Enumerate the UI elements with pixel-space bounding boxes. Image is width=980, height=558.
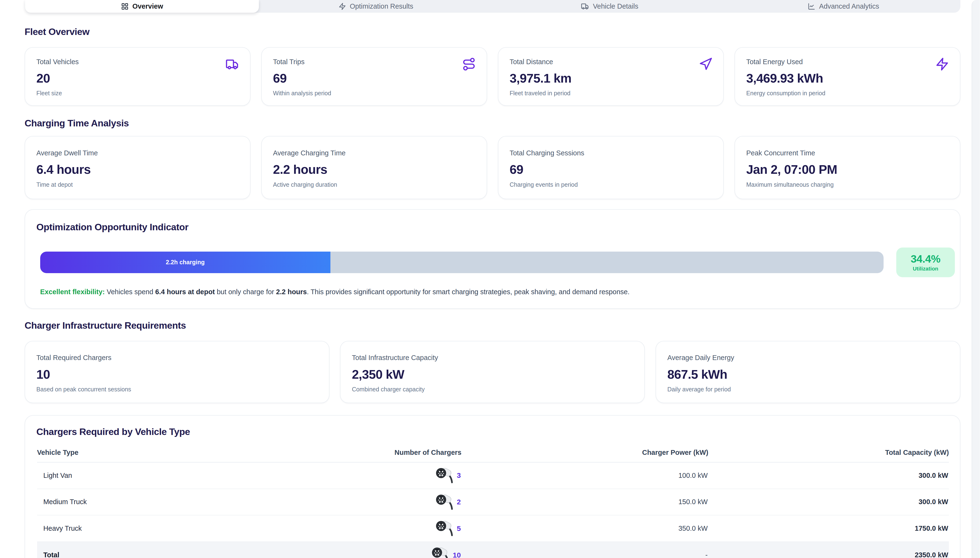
col-total-capacity: Total Capacity (kW): [708, 445, 949, 462]
avg-dwell-time-card: Average Dwell Time 6.4 hours Time at dep…: [25, 136, 250, 199]
bar-label: 2.2h charging: [166, 259, 205, 266]
table-total-row: Total10-2350.0 kW: [37, 542, 949, 558]
total-capacity-cell: 300.0 kW: [708, 462, 949, 489]
total-distance-card: Total Distance 3,975.1 km Fleet traveled…: [498, 47, 724, 106]
metric-caption: Based on peak concurrent sessions: [36, 386, 317, 393]
charger-count-cell: 2: [226, 489, 461, 515]
metric-label: Average Charging Time: [273, 149, 475, 157]
avg-daily-energy-card: Average Daily Energy 867.5 kWh Daily ave…: [656, 341, 960, 403]
metric-value: 2.2 hours: [273, 162, 475, 177]
charger-count: 3: [457, 471, 461, 479]
metric-label: Total Infrastructure Capacity: [352, 354, 633, 362]
table-header-row: Vehicle Type Number of Chargers Charger …: [37, 445, 949, 462]
charger-count-cell: 5: [226, 515, 461, 542]
ev-plug-icon: [436, 520, 455, 537]
optimization-indicator-card: Optimization Opportunity Indicator 2.2h …: [25, 209, 960, 309]
truck-icon: [226, 57, 239, 71]
metric-label: Total Distance: [510, 58, 712, 66]
metric-label: Total Vehicles: [36, 58, 239, 66]
charger-count-cell: 10: [226, 542, 461, 558]
vehicle-type-cell: Light Van: [37, 462, 226, 489]
metric-value: Jan 2, 07:00 PM: [746, 162, 949, 177]
col-charger-power: Charger Power (kW): [461, 445, 708, 462]
utilization-badge: 34.4% Utilization: [896, 248, 955, 277]
metric-caption: Maximum simultaneous charging: [746, 181, 949, 188]
note-bold: 2.2 hours: [276, 288, 307, 295]
total-capacity-cell: 300.0 kW: [708, 489, 949, 515]
chargers-table-card: Chargers Required by Vehicle Type Vehicl…: [25, 415, 960, 558]
charger-count: 10: [453, 551, 461, 558]
required-chargers-card: Total Required Chargers 10 Based on peak…: [25, 341, 329, 403]
metric-value: 69: [510, 162, 712, 177]
note-bold: 6.4 hours at depot: [155, 288, 215, 295]
table-row: Heavy Truck5350.0 kW1750.0 kW: [37, 515, 949, 542]
ev-plug-icon: [436, 494, 455, 510]
metric-caption: Within analysis period: [273, 90, 475, 97]
total-vehicles-card: Total Vehicles 20 Fleet size: [25, 47, 250, 106]
metric-value: 69: [273, 71, 475, 85]
fleet-dashboard: Overview Optimization Results Vehicle De…: [0, 0, 980, 558]
scrollbar-track[interactable]: [972, 0, 980, 558]
total-capacity-cell: 1750.0 kW: [708, 515, 949, 542]
charging-analysis-cards: Average Dwell Time 6.4 hours Time at dep…: [25, 139, 960, 199]
metric-label: Average Dwell Time: [36, 149, 239, 157]
metric-label: Total Trips: [273, 58, 475, 66]
table-row: Light Van3100.0 kW300.0 kW: [37, 462, 949, 489]
peak-concurrent-card: Peak Concurrent Time Jan 2, 07:00 PM Max…: [735, 136, 960, 199]
metric-caption: Charging events in period: [510, 181, 712, 188]
charger-count: 5: [457, 525, 461, 533]
charger-power-cell: 100.0 kW: [461, 462, 708, 489]
infrastructure-cards: Total Required Chargers 10 Based on peak…: [25, 341, 960, 403]
metric-caption: Active charging duration: [273, 181, 475, 188]
metric-value: 3,469.93 kWh: [746, 71, 949, 85]
charger-power-cell: 350.0 kW: [461, 515, 708, 542]
total-capacity-cell: 2350.0 kW: [708, 542, 949, 558]
flexibility-note: Excellent flexibility: Vehicles spend 6.…: [40, 287, 945, 297]
fleet-overview-heading: Fleet Overview: [25, 27, 960, 36]
ev-plug-icon: [432, 547, 451, 558]
navigation-icon: [699, 57, 713, 71]
total-sessions-card: Total Charging Sessions 69 Charging even…: [498, 136, 724, 199]
avg-charging-time-card: Average Charging Time 2.2 hours Active c…: [261, 136, 487, 199]
metric-caption: Fleet traveled in period: [510, 90, 712, 97]
charger-count: 2: [457, 498, 461, 506]
metric-value: 6.4 hours: [36, 162, 239, 177]
charging-analysis-heading: Charging Time Analysis: [25, 118, 960, 128]
metric-label: Total Charging Sessions: [510, 149, 712, 157]
chargers-table: Vehicle Type Number of Chargers Charger …: [37, 445, 949, 558]
note-text: Vehicles spend: [105, 288, 155, 295]
col-number-of-chargers: Number of Chargers: [226, 445, 461, 462]
indicator-title: Optimization Opportunity Indicator: [36, 222, 960, 233]
vehicle-type-cell: Medium Truck: [37, 489, 226, 515]
metric-value: 2,350 kW: [352, 367, 633, 382]
utilization-bar-fill: 2.2h charging: [40, 251, 330, 273]
utilization-label: Utilization: [913, 266, 938, 272]
metric-value: 3,975.1 km: [510, 71, 712, 85]
metric-value: 10: [36, 367, 317, 382]
metric-caption: Daily average for period: [667, 386, 949, 393]
charger-power-cell: -: [461, 542, 708, 558]
flexibility-highlight: Excellent flexibility:: [40, 288, 105, 295]
metric-label: Peak Concurrent Time: [746, 149, 949, 157]
metric-caption: Energy consumption in period: [746, 90, 949, 97]
ev-plug-icon: [436, 467, 455, 484]
table-row: Medium Truck2150.0 kW300.0 kW: [37, 489, 949, 515]
vehicle-type-cell: Heavy Truck: [37, 515, 226, 542]
utilization-value: 34.4%: [911, 253, 940, 265]
metric-label: Total Required Chargers: [36, 354, 317, 362]
metric-value: 867.5 kWh: [667, 367, 949, 382]
charger-power-cell: 150.0 kW: [461, 489, 708, 515]
metric-caption: Combined charger capacity: [352, 386, 633, 393]
col-vehicle-type: Vehicle Type: [37, 445, 226, 462]
infrastructure-capacity-card: Total Infrastructure Capacity 2,350 kW C…: [340, 341, 645, 403]
chargers-table-title: Chargers Required by Vehicle Type: [36, 426, 960, 437]
route-icon: [462, 57, 476, 71]
note-text: . This provides significant opportunity …: [307, 288, 630, 295]
total-trips-card: Total Trips 69 Within analysis period: [261, 47, 487, 106]
note-text: but only charge for: [215, 288, 276, 295]
zap-icon: [935, 57, 949, 71]
fleet-overview-cards: Total Vehicles 20 Fleet size Total Trips…: [25, 47, 960, 106]
utilization-bar-track: 2.2h charging: [40, 251, 884, 273]
metric-value: 20: [36, 71, 239, 85]
charger-count-cell: 3: [226, 462, 461, 489]
